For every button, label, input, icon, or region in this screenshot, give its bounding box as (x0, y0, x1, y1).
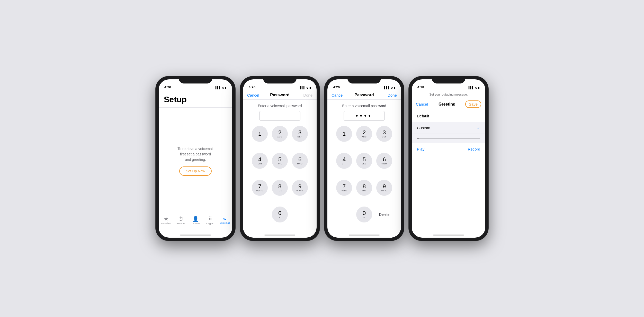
key-3-phone2[interactable]: 3DEF (292, 126, 308, 142)
cancel-button-4[interactable]: Cancel (416, 102, 429, 106)
save-button-4[interactable]: Save (465, 100, 481, 108)
key-2-phone2[interactable]: 2ABC (272, 126, 288, 142)
nav-title-3: Password (354, 93, 374, 97)
status-icons-1: ▌▌▌ ⊙ ▮ (216, 86, 227, 89)
pw-input-3[interactable]: •••• (344, 111, 385, 121)
status-time-1: 4:26 (164, 85, 171, 89)
nav-title-4: Greeting (439, 102, 455, 107)
status-icons-4: ▌▌▌ ⊙ ▮ (469, 86, 480, 89)
home-indicator-2 (243, 232, 317, 238)
done-button-3[interactable]: Done (384, 93, 397, 97)
tab-recents[interactable]: ⏱ Recents (173, 216, 188, 225)
tab-keypad[interactable]: ⠿ Keypad (203, 216, 218, 225)
key-empty-phone2 (252, 207, 268, 222)
phone-3: 4:26 ▌▌▌ ⊙ ▮ Cancel Password Done Enter … (324, 76, 404, 241)
wifi-icon-3: ⊙ (391, 86, 393, 89)
setup-title: Setup (159, 91, 232, 108)
tab-favorites-label: Favorites (161, 222, 171, 225)
key-7-phone3[interactable]: 7PQRS (336, 180, 352, 196)
status-time-2: 4:26 (249, 85, 255, 89)
notch-2 (263, 76, 297, 83)
home-bar-2 (264, 235, 295, 236)
key-7-phone2[interactable]: 7PQRS (252, 180, 268, 196)
play-button[interactable]: Play (417, 147, 424, 151)
key-4-phone3[interactable]: 4GHI (336, 153, 352, 169)
key-9-phone3[interactable]: 9WXYZ (376, 180, 392, 196)
nav-title-2: Password (270, 93, 290, 97)
phone-4: 4:28 ▌▌▌ ⊙ ▮ Set your outgoing message. … (409, 76, 488, 241)
key-8-phone2[interactable]: 8TUV (272, 180, 288, 196)
wifi-icon-2: ⊙ (306, 86, 308, 89)
key-5-phone2[interactable]: 5JKL (272, 153, 288, 169)
greeting-default-label: Default (417, 114, 429, 118)
key-4-phone2[interactable]: 4GHI (252, 153, 268, 169)
pw-input-2[interactable] (259, 111, 300, 121)
home-indicator-3 (327, 232, 401, 238)
signal-icon-3: ▌▌▌ (384, 86, 390, 89)
progress-section (412, 134, 485, 143)
nav-bar-2: Cancel Password Done (243, 91, 317, 100)
key-0-phone3[interactable]: 0+ (356, 207, 372, 222)
done-button-2[interactable]: Done (300, 93, 312, 97)
password-screen-3: Enter a voicemail password •••• 1 2ABC 3… (327, 100, 401, 232)
tab-voicemail[interactable]: ∞ Voicemail (218, 216, 232, 224)
key-8-phone3[interactable]: 8TUV (356, 180, 372, 196)
cancel-button-3[interactable]: Cancel (332, 93, 344, 97)
pw-label-2: Enter a voicemail password (248, 104, 311, 108)
greeting-list: Default Custom ✓ Play Record (412, 110, 485, 232)
signal-icon-1: ▌▌▌ (216, 86, 221, 89)
contacts-icon: 👤 (192, 216, 199, 221)
setup-now-button[interactable]: Set Up Now (179, 166, 212, 176)
cancel-button-2[interactable]: Cancel (247, 93, 260, 97)
key-empty-phone3 (336, 207, 352, 222)
setup-screen: Setup To retrieve a voicemailfirst set a… (159, 91, 232, 214)
delete-button-3[interactable]: Delete (376, 207, 392, 222)
phone-2: 4:26 ▌▌▌ ⊙ ▮ Cancel Password Done Enter … (240, 76, 320, 241)
tab-voicemail-label: Voicemail (220, 222, 230, 224)
tab-contacts[interactable]: 👤 Contacts (188, 216, 203, 225)
setup-body: To retrieve a voicemailfirst set a passw… (159, 108, 232, 214)
phone-1: 4:26 ▌▌▌ ⊙ ▮ Setup To retrieve a voicema… (156, 76, 235, 241)
battery-icon-4: ▮ (478, 86, 480, 89)
record-button[interactable]: Record (468, 147, 480, 151)
tab-favorites[interactable]: ★ Favorites (159, 216, 173, 225)
home-bar-1 (180, 235, 211, 236)
greeting-row-custom[interactable]: Custom ✓ (412, 122, 485, 134)
key-2-phone3[interactable]: 2ABC (356, 126, 372, 142)
progress-fill (417, 138, 419, 139)
signal-icon-4: ▌▌▌ (469, 86, 474, 89)
keypad-icon: ⠿ (208, 216, 212, 221)
key-6-phone3[interactable]: 6MNO (376, 153, 392, 169)
notch-4 (432, 76, 465, 83)
battery-icon-3: ▮ (394, 86, 395, 89)
home-indicator-4 (412, 232, 485, 238)
key-1-phone2[interactable]: 1 (252, 126, 268, 142)
tab-keypad-label: Keypad (206, 222, 214, 225)
wifi-icon-1: ⊙ (222, 86, 224, 89)
pw-container-3: Enter a voicemail password •••• 1 2ABC 3… (327, 100, 401, 232)
status-icons-2: ▌▌▌ ⊙ ▮ (300, 86, 311, 89)
greeting-row-default[interactable]: Default (412, 110, 485, 122)
password-screen-2: Enter a voicemail password 1 2ABC 3DEF 4… (243, 100, 317, 232)
keypad-2: 1 2ABC 3DEF 4GHI 5JKL 6MNO 7PQRS 8TUV 9W… (248, 124, 311, 232)
recents-icon: ⏱ (178, 216, 183, 221)
pw-label-3: Enter a voicemail password (333, 104, 396, 108)
battery-icon-1: ▮ (225, 86, 227, 89)
key-1-phone3[interactable]: 1 (336, 126, 352, 142)
pw-container-2: Enter a voicemail password 1 2ABC 3DEF 4… (243, 100, 317, 232)
greeting-nav: Cancel Greeting Save (412, 98, 485, 110)
progress-bar (417, 138, 480, 139)
key-0-phone2[interactable]: 0+ (272, 207, 288, 222)
key-6-phone2[interactable]: 6MNO (292, 153, 308, 169)
tab-contacts-label: Contacts (191, 222, 200, 225)
key-3-phone3[interactable]: 3DEF (376, 126, 392, 142)
key-5-phone3[interactable]: 5JKL (356, 153, 372, 169)
key-9-phone2[interactable]: 9WXYZ (292, 180, 308, 196)
status-time-3: 4:26 (333, 85, 340, 89)
home-bar-3 (349, 235, 380, 236)
wifi-icon-4: ⊙ (475, 86, 477, 89)
status-icons-3: ▌▌▌ ⊙ ▮ (384, 86, 395, 89)
keypad-3: 1 2ABC 3DEF 4GHI 5JKL 6MNO 7PQRS 8TUV 9W… (333, 124, 396, 232)
battery-icon-2: ▮ (309, 86, 311, 89)
tab-bar-1: ★ Favorites ⏱ Recents 👤 Contacts ⠿ Keypa… (159, 214, 232, 232)
